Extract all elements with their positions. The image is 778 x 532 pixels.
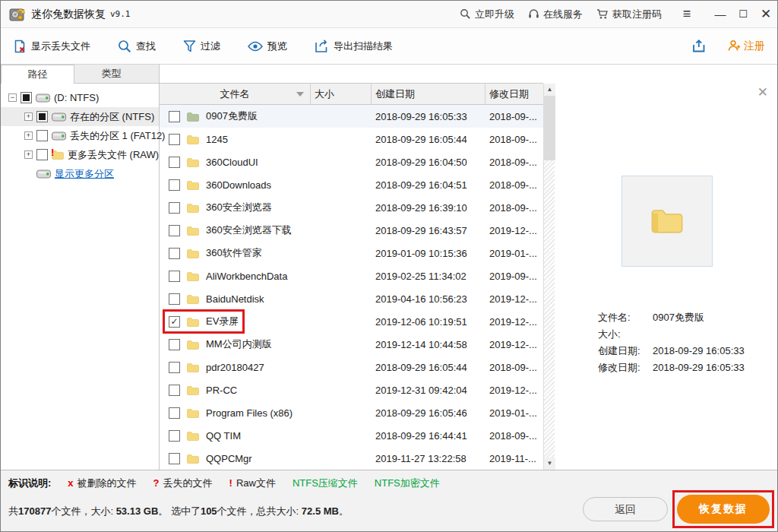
folder-icon: [187, 317, 199, 327]
file-modified: 2019-12-...: [485, 339, 543, 350]
table-row[interactable]: 0907免费版2018-09-29 16:05:332018-09-...: [160, 105, 543, 128]
expand-icon[interactable]: +: [24, 131, 33, 140]
folder-icon: [187, 363, 199, 372]
folder-icon: [187, 157, 199, 167]
tab-strip: 路径 类型: [1, 65, 160, 84]
row-checkbox[interactable]: [169, 248, 180, 259]
file-name: 360CloudUI: [206, 157, 258, 168]
file-name: QQPCMgr: [206, 453, 252, 464]
maximize-button[interactable]: ☐: [732, 1, 754, 27]
row-checkbox[interactable]: [169, 339, 180, 350]
toolbar-item[interactable]: 显示丢失文件: [13, 40, 90, 53]
table-row[interactable]: EV录屏2019-12-06 10:19:512019-12-...: [160, 310, 543, 333]
drive-icon: [36, 93, 50, 103]
table-row[interactable]: 360CloudUI2018-09-29 16:04:502018-09-...: [160, 150, 543, 173]
tree-checkbox[interactable]: [36, 130, 48, 141]
toolbar-item[interactable]: 预览: [248, 40, 287, 53]
table-row[interactable]: QQ TIM2018-09-29 16:44:412018-09-...: [160, 424, 543, 447]
row-checkbox[interactable]: [169, 407, 180, 419]
toolbar-item[interactable]: 过滤: [183, 40, 220, 53]
drive-icon: [52, 112, 66, 122]
tree-item[interactable]: −(D: NTFS): [1, 88, 159, 107]
column-header-created[interactable]: 创建日期: [372, 84, 485, 104]
folder-icon: [187, 180, 199, 190]
column-header-size[interactable]: 大小: [311, 84, 372, 104]
file-table: 0907免费版2018-09-29 16:05:332018-09-...124…: [160, 105, 543, 470]
legend-item: !Raw文件: [229, 477, 276, 489]
column-header-modified[interactable]: 修改日期: [485, 84, 543, 104]
toolbar-item[interactable]: 导出扫描结果: [315, 40, 393, 53]
table-row[interactable]: 360软件管家2019-01-09 10:15:362019-01-...: [160, 242, 543, 264]
collapse-icon[interactable]: −: [8, 93, 17, 102]
row-checkbox[interactable]: [169, 202, 180, 214]
file-modified: 2018-09-...: [485, 179, 543, 191]
row-checkbox[interactable]: [169, 362, 180, 373]
row-checkbox[interactable]: [169, 385, 180, 396]
table-scrollbar[interactable]: ▲ ▼: [543, 84, 555, 470]
preview-close-icon[interactable]: ✕: [757, 86, 768, 99]
tree-item[interactable]: +!更多丢失文件 (RAW): [1, 145, 159, 164]
legend-title: 标识说明:: [8, 477, 51, 490]
eye-icon: [248, 41, 263, 52]
row-checkbox[interactable]: [169, 179, 180, 191]
table-row[interactable]: 12452018-09-29 16:05:442018-09-...: [160, 128, 543, 150]
table-row[interactable]: BaiduNetdisk2019-04-16 10:56:232019-12-.…: [160, 287, 543, 310]
share-icon[interactable]: [691, 39, 707, 53]
file-created: 2018-09-29 16:44:41: [372, 430, 485, 442]
row-checkbox[interactable]: [169, 271, 180, 282]
row-checkbox[interactable]: [169, 453, 180, 464]
table-row[interactable]: QQPCMgr2019-11-27 13:22:582019-11-...: [160, 447, 543, 470]
titlebar-menu-item[interactable]: 立即升级: [460, 8, 514, 21]
row-checkbox[interactable]: [169, 293, 180, 305]
toolbar-item[interactable]: 查找: [118, 40, 156, 53]
recover-data-button[interactable]: 恢复数据: [677, 495, 770, 524]
folder-icon: [187, 385, 199, 395]
tab-path[interactable]: 路径: [1, 65, 74, 84]
table-row[interactable]: MM公司内测版2019-12-14 10:44:582019-12-...: [160, 333, 543, 356]
file-info-line: 创建日期:2018-09-29 16:05:33: [598, 343, 745, 359]
expand-icon[interactable]: +: [24, 112, 33, 121]
expand-icon[interactable]: +: [24, 150, 33, 159]
scroll-up-icon[interactable]: ▲: [544, 84, 555, 96]
table-row[interactable]: AliWorkbenchData2019-02-25 11:34:022019-…: [160, 264, 543, 287]
preview-panel: ✕ 文件名:0907免费版大小:创建日期:2018-09-29 16:05:33…: [555, 65, 777, 470]
tab-type[interactable]: 类型: [74, 65, 148, 83]
scrollbar-thumb[interactable]: [544, 96, 555, 160]
tree-checkbox[interactable]: [21, 92, 32, 103]
tree-checkbox[interactable]: [36, 111, 48, 122]
column-header-filename[interactable]: 文件名: [160, 84, 311, 104]
titlebar-menu-item[interactable]: 获取注册码: [596, 8, 662, 21]
close-button[interactable]: ✕: [754, 1, 777, 27]
export-icon: [315, 40, 329, 53]
tree-item[interactable]: +存在的分区 (NTFS): [1, 107, 159, 126]
file-created: 2019-12-06 10:19:51: [372, 316, 485, 328]
folder-warning-icon: !: [52, 150, 64, 160]
folder-icon: [187, 112, 199, 122]
register-button[interactable]: 注册: [728, 40, 765, 53]
table-row[interactable]: PR-CC2019-12-31 09:42:042019-12-...: [160, 378, 543, 401]
row-checkbox[interactable]: [169, 316, 180, 328]
tree-item[interactable]: +丢失的分区 1 (FAT12): [1, 126, 159, 145]
hamburger-menu-icon[interactable]: ≡: [675, 1, 698, 27]
back-button[interactable]: 返回: [583, 497, 668, 521]
table-row[interactable]: 360Downloads2018-09-29 16:04:512018-09-.…: [160, 173, 543, 196]
drive-icon: [52, 131, 66, 141]
scroll-down-icon[interactable]: ▼: [544, 458, 555, 470]
titlebar-menu-item[interactable]: 在线服务: [528, 8, 583, 21]
row-checkbox[interactable]: [169, 430, 180, 442]
file-modified: 2019-12-...: [485, 385, 543, 396]
folder-icon: [187, 340, 199, 350]
table-row[interactable]: pdr201804272018-09-29 16:05:442018-09-..…: [160, 356, 543, 378]
row-checkbox[interactable]: [169, 157, 180, 168]
file-modified: 2018-09-...: [485, 430, 543, 442]
minimize-button[interactable]: —: [709, 1, 732, 27]
table-row[interactable]: Program Files (x86)2018-09-29 16:05:4620…: [160, 401, 543, 424]
tree-checkbox[interactable]: [36, 149, 48, 160]
table-row[interactable]: 360安全浏览器2018-09-29 16:39:102018-09-...: [160, 196, 543, 219]
row-checkbox[interactable]: [169, 225, 180, 236]
tree-item[interactable]: 显示更多分区: [1, 164, 159, 183]
row-checkbox[interactable]: [169, 111, 180, 122]
row-checkbox[interactable]: [169, 134, 180, 145]
titlebar-menu: 立即升级在线服务获取注册码: [460, 8, 675, 21]
table-row[interactable]: 360安全浏览器下载2018-09-29 16:43:572019-12-...: [160, 219, 543, 242]
